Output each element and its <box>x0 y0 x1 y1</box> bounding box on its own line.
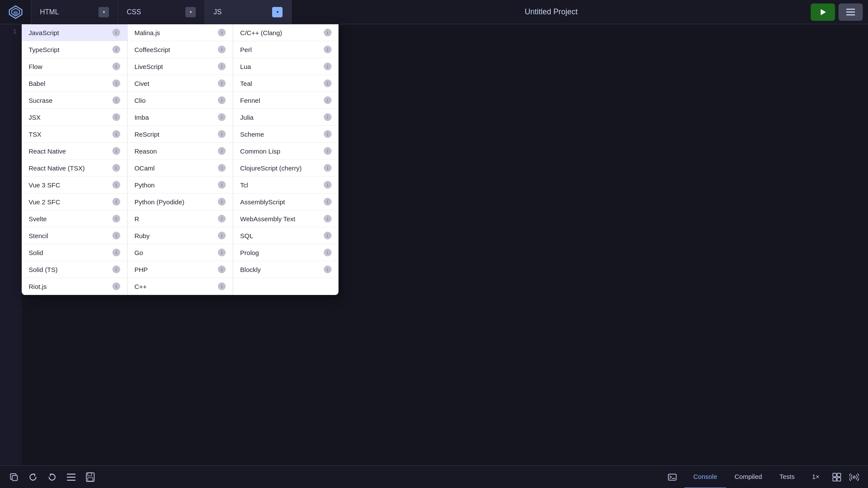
tab-css[interactable]: CSS ▾ <box>118 0 205 24</box>
lang-sucrase[interactable]: Sucrase i <box>22 92 127 109</box>
lang-svelte[interactable]: Svelte i <box>22 210 127 227</box>
tab-compiled[interactable]: Compiled <box>726 466 771 488</box>
lang-python-pyodide[interactable]: Python (Pyodide) i <box>128 193 233 210</box>
info-icon-tsx[interactable]: i <box>112 130 120 138</box>
info-icon-malina[interactable]: i <box>218 29 226 36</box>
lang-scheme[interactable]: Scheme i <box>233 126 339 143</box>
info-icon-perl[interactable]: i <box>324 46 332 53</box>
lang-blockly[interactable]: Blockly i <box>233 261 339 278</box>
info-icon-scheme[interactable]: i <box>324 130 332 138</box>
lang-go[interactable]: Go i <box>128 244 233 261</box>
info-icon-sql[interactable]: i <box>324 232 332 239</box>
logo-button[interactable] <box>0 0 31 24</box>
lang-php[interactable]: PHP i <box>128 261 233 278</box>
lang-cpp[interactable]: C++ i <box>128 278 233 295</box>
lang-jsx[interactable]: JSX i <box>22 109 127 126</box>
lang-clojurescript[interactable]: ClojureScript (cherry) i <box>233 160 339 177</box>
info-icon-lua[interactable]: i <box>324 62 332 70</box>
lang-react-native-tsx[interactable]: React Native (TSX) i <box>22 160 127 177</box>
info-icon-vue3[interactable]: i <box>112 181 120 189</box>
lang-babel[interactable]: Babel i <box>22 75 127 92</box>
info-icon-ruby[interactable]: i <box>218 232 226 239</box>
lang-javascript[interactable]: JavaScript i <box>22 24 127 41</box>
lang-clio[interactable]: Clio i <box>128 92 233 109</box>
info-icon-python-pyodide[interactable]: i <box>218 198 226 206</box>
save-button[interactable] <box>82 468 99 486</box>
info-icon-julia[interactable]: i <box>324 113 332 121</box>
lang-ocaml[interactable]: OCaml i <box>128 160 233 177</box>
lang-riot[interactable]: Riot.js i <box>22 278 127 295</box>
lang-rescript[interactable]: ReScript i <box>128 126 233 143</box>
lang-livescript[interactable]: LiveScript i <box>128 58 233 75</box>
lang-civet[interactable]: Civet i <box>128 75 233 92</box>
info-icon-flow[interactable]: i <box>112 62 120 70</box>
lang-sql[interactable]: SQL i <box>233 227 339 244</box>
info-icon-prolog[interactable]: i <box>324 249 332 256</box>
tab-console[interactable]: Console <box>684 466 726 488</box>
info-icon-r[interactable]: i <box>218 215 226 223</box>
lang-r[interactable]: R i <box>128 210 233 227</box>
lang-clang[interactable]: C/C++ (Clang) i <box>233 24 339 41</box>
info-icon-fennel[interactable]: i <box>324 96 332 104</box>
lang-assemblyscript[interactable]: AssemblyScript i <box>233 193 339 210</box>
lang-stencil[interactable]: Stencil i <box>22 227 127 244</box>
info-icon-reason[interactable]: i <box>218 147 226 155</box>
info-icon-webassembly[interactable]: i <box>324 215 332 223</box>
lang-common-lisp[interactable]: Common Lisp i <box>233 143 339 160</box>
lang-flow[interactable]: Flow i <box>22 58 127 75</box>
lang-fennel[interactable]: Fennel i <box>233 92 339 109</box>
info-icon-stencil[interactable]: i <box>112 232 120 239</box>
tab-css-arrow[interactable]: ▾ <box>185 7 196 17</box>
info-icon-rescript[interactable]: i <box>218 130 226 138</box>
info-icon-teal[interactable]: i <box>324 79 332 87</box>
lang-vue3[interactable]: Vue 3 SFC i <box>22 177 127 193</box>
list-button[interactable] <box>62 468 80 486</box>
info-icon-vue2[interactable]: i <box>112 198 120 206</box>
lang-webassembly[interactable]: WebAssembly Text i <box>233 210 339 227</box>
info-icon-jsx[interactable]: i <box>112 113 120 121</box>
broadcast-icon-button[interactable] <box>845 468 863 486</box>
refresh-button[interactable] <box>24 468 42 486</box>
info-icon-react-native[interactable]: i <box>112 147 120 155</box>
tab-1x[interactable]: 1× <box>803 466 828 488</box>
info-icon-coffeescript[interactable]: i <box>218 46 226 53</box>
info-icon-go[interactable]: i <box>218 249 226 256</box>
lang-teal[interactable]: Teal i <box>233 75 339 92</box>
lang-tcl[interactable]: Tcl i <box>233 177 339 193</box>
lang-tsx[interactable]: TSX i <box>22 126 127 143</box>
info-icon-javascript[interactable]: i <box>112 29 120 36</box>
info-icon-python[interactable]: i <box>218 181 226 189</box>
info-icon-assemblyscript[interactable]: i <box>324 198 332 206</box>
info-icon-civet[interactable]: i <box>218 79 226 87</box>
tab-js-arrow[interactable]: ▾ <box>272 7 283 17</box>
lang-react-native[interactable]: React Native i <box>22 143 127 160</box>
lang-vue2[interactable]: Vue 2 SFC i <box>22 193 127 210</box>
tab-html-arrow[interactable]: ▾ <box>99 7 109 17</box>
run-button[interactable] <box>811 3 835 21</box>
lang-malina[interactable]: Malina.js i <box>128 24 233 41</box>
info-icon-livescript[interactable]: i <box>218 62 226 70</box>
lang-lua[interactable]: Lua i <box>233 58 339 75</box>
info-icon-react-native-tsx[interactable]: i <box>112 164 120 172</box>
info-icon-common-lisp[interactable]: i <box>324 147 332 155</box>
info-icon-blockly[interactable]: i <box>324 265 332 273</box>
lang-perl[interactable]: Perl i <box>233 41 339 58</box>
code-area[interactable]: JavaScript i TypeScript i Flow i Babel i… <box>22 24 868 465</box>
tab-js[interactable]: JS ▾ <box>205 0 292 24</box>
info-icon-babel[interactable]: i <box>112 79 120 87</box>
info-icon-riot[interactable]: i <box>112 282 120 290</box>
lang-reason[interactable]: Reason i <box>128 143 233 160</box>
tab-tests[interactable]: Tests <box>771 466 803 488</box>
info-icon-sucrase[interactable]: i <box>112 96 120 104</box>
lang-solid[interactable]: Solid i <box>22 244 127 261</box>
tab-html[interactable]: HTML ▾ <box>31 0 118 24</box>
lang-ruby[interactable]: Ruby i <box>128 227 233 244</box>
info-icon-tcl[interactable]: i <box>324 181 332 189</box>
lang-imba[interactable]: Imba i <box>128 109 233 126</box>
info-icon-clojurescript[interactable]: i <box>324 164 332 172</box>
info-icon-php[interactable]: i <box>218 265 226 273</box>
copy-button[interactable] <box>5 468 23 486</box>
console-icon-button[interactable] <box>664 468 681 486</box>
info-icon-clang[interactable]: i <box>324 29 332 36</box>
info-icon-clio[interactable]: i <box>218 96 226 104</box>
